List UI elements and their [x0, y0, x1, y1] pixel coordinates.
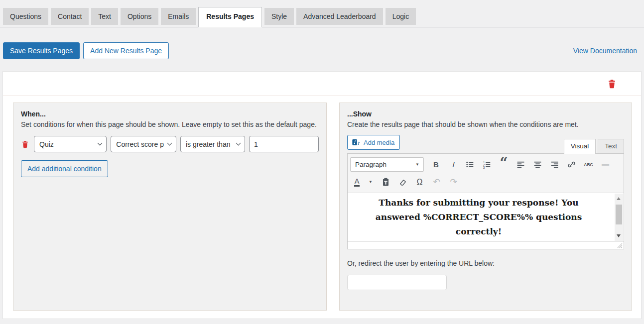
align-center-button[interactable]	[531, 158, 544, 171]
align-center-icon	[533, 160, 542, 169]
delete-condition-button[interactable]	[21, 140, 29, 149]
tab-style[interactable]: Style	[264, 8, 294, 25]
editor-toolbar: Paragraph ▼ B I	[348, 154, 624, 193]
clear-formatting-button[interactable]	[396, 175, 409, 189]
delete-results-page-button[interactable]	[607, 79, 617, 89]
omega-icon: Ω	[417, 178, 423, 187]
when-section: When... Set conditions for when this pag…	[13, 103, 327, 311]
condition-value-input[interactable]	[249, 136, 319, 152]
wysiwyg-editor: Paragraph ▼ B I	[347, 153, 624, 249]
add-media-label: Add media	[364, 139, 394, 146]
align-left-button[interactable]	[514, 158, 527, 171]
tab-bar: Questions Contact Text Options Emails Re…	[0, 0, 644, 27]
blockquote-button[interactable]: “	[497, 158, 511, 171]
tab-contact[interactable]: Contact	[51, 8, 89, 25]
redirect-url-input[interactable]	[347, 275, 447, 290]
resize-grip-icon[interactable]	[617, 243, 623, 248]
add-new-results-page-button[interactable]: Add New Results Page	[83, 42, 169, 59]
redirect-label: Or, redirect the user by entering the UR…	[347, 259, 624, 267]
media-row: Add media Visual Text	[347, 135, 624, 153]
bullet-list-icon	[466, 160, 474, 169]
tab-questions[interactable]: Questions	[3, 8, 48, 25]
save-results-pages-button[interactable]: Save Results Pages	[3, 42, 80, 59]
condition-field-select[interactable]: Quiz	[34, 136, 107, 152]
toolbar-row-1: Paragraph ▼ B I	[350, 156, 621, 173]
actions-row: Save Results Pages Add New Results Page …	[3, 42, 637, 59]
toolbar-row-2: A ▼	[350, 173, 621, 191]
numbered-list-button[interactable]: 1 2 3	[480, 158, 494, 171]
tab-emails[interactable]: Emails	[161, 8, 196, 25]
link-button[interactable]	[565, 158, 578, 171]
horizontal-rule-icon: —	[602, 160, 609, 169]
tab-advanced-leaderboard[interactable]: Advanced Leaderboard	[296, 8, 383, 25]
results-page-panel: When... Set conditions for when this pag…	[2, 71, 642, 319]
tab-logic[interactable]: Logic	[386, 8, 416, 25]
align-left-icon	[516, 160, 525, 169]
text-color-button[interactable]: A	[350, 175, 364, 189]
eraser-icon	[398, 178, 407, 186]
add-media-button[interactable]: Add media	[347, 135, 400, 150]
text-color-icon: A	[354, 178, 360, 187]
undo-icon: ↶	[433, 177, 440, 187]
condition-criteria-value: Correct score p	[116, 140, 164, 148]
text-color-caret-button[interactable]: ▼	[367, 175, 374, 189]
editor-scrollbar[interactable]	[615, 194, 623, 241]
editor-content-area[interactable]: Thanks for submitting your response! You…	[348, 193, 624, 241]
show-description: Create the results page that should be s…	[347, 119, 624, 129]
bold-icon: B	[433, 160, 439, 169]
tab-results-pages[interactable]: Results Pages	[198, 7, 262, 27]
undo-button[interactable]: ↶	[430, 175, 443, 189]
blockquote-icon: “	[500, 161, 508, 168]
bold-button[interactable]: B	[429, 158, 443, 171]
chevron-down-icon	[236, 141, 241, 146]
show-title: ...Show	[347, 110, 624, 118]
tab-text[interactable]: Text	[91, 8, 118, 25]
italic-icon: I	[452, 160, 455, 169]
when-title: When...	[21, 110, 319, 118]
editor-tab-visual[interactable]: Visual	[564, 139, 596, 154]
condition-operator-select[interactable]: is greater than	[180, 136, 245, 152]
special-character-button[interactable]: Ω	[413, 175, 426, 189]
show-section: ...Show Create the results page that sho…	[339, 103, 632, 311]
chevron-down-icon	[98, 141, 103, 146]
condition-criteria-select[interactable]: Correct score p	[111, 136, 176, 152]
when-description: Set conditions for when this page should…	[21, 119, 319, 129]
condition-operator-value: is greater than	[186, 140, 233, 148]
redo-button[interactable]: ↷	[447, 175, 460, 189]
add-condition-button[interactable]: Add additional condition	[21, 160, 108, 177]
paste-as-text-icon	[382, 178, 390, 186]
align-right-icon	[550, 160, 559, 169]
trash-icon	[21, 140, 29, 149]
svg-text:3: 3	[483, 166, 485, 169]
redo-icon: ↷	[450, 177, 457, 187]
editor-tab-text[interactable]: Text	[598, 139, 624, 153]
scrollbar-thumb[interactable]	[616, 205, 622, 224]
media-icon	[352, 138, 361, 147]
scroll-down-icon[interactable]	[617, 234, 621, 237]
strikethrough-button[interactable]: ABC	[582, 158, 595, 171]
bullet-list-button[interactable]	[463, 158, 477, 171]
tab-options[interactable]: Options	[121, 8, 158, 25]
horizontal-rule-button[interactable]: —	[599, 158, 612, 171]
results-page-body: When... Set conditions for when this pag…	[3, 96, 641, 311]
strikethrough-icon: ABC	[584, 162, 593, 167]
editor-content-text: Thanks for submitting your response! You…	[356, 196, 602, 239]
editor-status-bar	[348, 241, 624, 249]
link-icon	[567, 160, 576, 169]
chevron-down-icon	[167, 141, 172, 146]
caret-down-icon: ▼	[415, 162, 419, 167]
numbered-list-icon: 1 2 3	[483, 160, 491, 169]
caret-down-icon: ▼	[369, 180, 373, 184]
paste-as-text-button[interactable]	[379, 175, 392, 189]
paragraph-format-select[interactable]: Paragraph ▼	[350, 157, 424, 172]
format-select-value: Paragraph	[355, 161, 386, 168]
condition-field-value: Quiz	[39, 140, 94, 148]
condition-row: Quiz Correct score p is greater than	[21, 136, 319, 152]
align-right-button[interactable]	[548, 158, 561, 171]
italic-button[interactable]: I	[446, 158, 460, 171]
results-pages-screen: Questions Contact Text Options Emails Re…	[0, 0, 644, 324]
trash-icon	[607, 79, 617, 89]
scroll-up-icon[interactable]	[617, 197, 621, 200]
editor-mode-tabs: Visual Text	[564, 139, 624, 153]
view-documentation-link[interactable]: View Documentation	[573, 47, 637, 55]
